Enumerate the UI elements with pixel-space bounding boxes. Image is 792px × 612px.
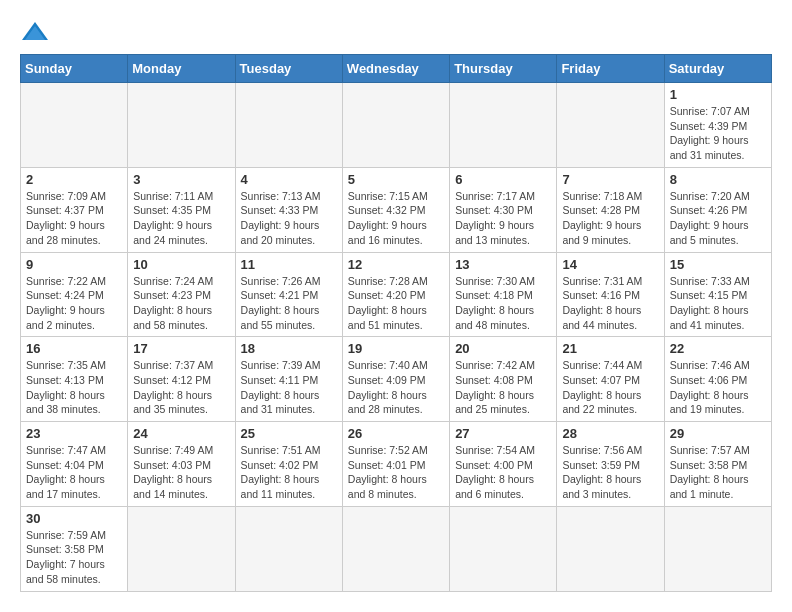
day-info: Sunrise: 7:35 AM Sunset: 4:13 PM Dayligh…: [26, 358, 122, 417]
day-info: Sunrise: 7:07 AM Sunset: 4:39 PM Dayligh…: [670, 104, 766, 163]
calendar: SundayMondayTuesdayWednesdayThursdayFrid…: [20, 54, 772, 592]
header: [20, 20, 772, 44]
day-number: 7: [562, 172, 658, 187]
calendar-cell: 13Sunrise: 7:30 AM Sunset: 4:18 PM Dayli…: [450, 252, 557, 337]
day-number: 15: [670, 257, 766, 272]
calendar-cell: [342, 83, 449, 168]
calendar-cell: [235, 83, 342, 168]
day-number: 3: [133, 172, 229, 187]
day-info: Sunrise: 7:51 AM Sunset: 4:02 PM Dayligh…: [241, 443, 337, 502]
day-number: 27: [455, 426, 551, 441]
day-number: 2: [26, 172, 122, 187]
calendar-week-row: 2Sunrise: 7:09 AM Sunset: 4:37 PM Daylig…: [21, 167, 772, 252]
day-number: 14: [562, 257, 658, 272]
calendar-cell: 12Sunrise: 7:28 AM Sunset: 4:20 PM Dayli…: [342, 252, 449, 337]
day-info: Sunrise: 7:49 AM Sunset: 4:03 PM Dayligh…: [133, 443, 229, 502]
day-number: 30: [26, 511, 122, 526]
day-number: 9: [26, 257, 122, 272]
day-info: Sunrise: 7:28 AM Sunset: 4:20 PM Dayligh…: [348, 274, 444, 333]
calendar-cell: [235, 506, 342, 591]
day-number: 18: [241, 341, 337, 356]
calendar-header-wednesday: Wednesday: [342, 55, 449, 83]
day-info: Sunrise: 7:39 AM Sunset: 4:11 PM Dayligh…: [241, 358, 337, 417]
calendar-cell: 29Sunrise: 7:57 AM Sunset: 3:58 PM Dayli…: [664, 422, 771, 507]
calendar-cell: 17Sunrise: 7:37 AM Sunset: 4:12 PM Dayli…: [128, 337, 235, 422]
calendar-cell: 8Sunrise: 7:20 AM Sunset: 4:26 PM Daylig…: [664, 167, 771, 252]
calendar-cell: 5Sunrise: 7:15 AM Sunset: 4:32 PM Daylig…: [342, 167, 449, 252]
day-number: 4: [241, 172, 337, 187]
day-info: Sunrise: 7:11 AM Sunset: 4:35 PM Dayligh…: [133, 189, 229, 248]
day-number: 26: [348, 426, 444, 441]
calendar-cell: [450, 506, 557, 591]
calendar-cell: 23Sunrise: 7:47 AM Sunset: 4:04 PM Dayli…: [21, 422, 128, 507]
calendar-cell: [128, 83, 235, 168]
day-info: Sunrise: 7:59 AM Sunset: 3:58 PM Dayligh…: [26, 528, 122, 587]
day-number: 17: [133, 341, 229, 356]
day-info: Sunrise: 7:56 AM Sunset: 3:59 PM Dayligh…: [562, 443, 658, 502]
calendar-cell: 1Sunrise: 7:07 AM Sunset: 4:39 PM Daylig…: [664, 83, 771, 168]
calendar-cell: 26Sunrise: 7:52 AM Sunset: 4:01 PM Dayli…: [342, 422, 449, 507]
day-number: 24: [133, 426, 229, 441]
calendar-cell: 19Sunrise: 7:40 AM Sunset: 4:09 PM Dayli…: [342, 337, 449, 422]
day-info: Sunrise: 7:17 AM Sunset: 4:30 PM Dayligh…: [455, 189, 551, 248]
calendar-cell: [342, 506, 449, 591]
calendar-cell: 25Sunrise: 7:51 AM Sunset: 4:02 PM Dayli…: [235, 422, 342, 507]
day-number: 25: [241, 426, 337, 441]
logo-icon: [20, 20, 50, 44]
day-number: 12: [348, 257, 444, 272]
calendar-cell: [128, 506, 235, 591]
day-number: 13: [455, 257, 551, 272]
day-number: 5: [348, 172, 444, 187]
calendar-header-saturday: Saturday: [664, 55, 771, 83]
calendar-week-row: 1Sunrise: 7:07 AM Sunset: 4:39 PM Daylig…: [21, 83, 772, 168]
calendar-cell: [557, 506, 664, 591]
day-number: 23: [26, 426, 122, 441]
day-info: Sunrise: 7:37 AM Sunset: 4:12 PM Dayligh…: [133, 358, 229, 417]
calendar-cell: 6Sunrise: 7:17 AM Sunset: 4:30 PM Daylig…: [450, 167, 557, 252]
day-info: Sunrise: 7:33 AM Sunset: 4:15 PM Dayligh…: [670, 274, 766, 333]
logo: [20, 20, 54, 44]
day-info: Sunrise: 7:26 AM Sunset: 4:21 PM Dayligh…: [241, 274, 337, 333]
day-info: Sunrise: 7:30 AM Sunset: 4:18 PM Dayligh…: [455, 274, 551, 333]
day-info: Sunrise: 7:22 AM Sunset: 4:24 PM Dayligh…: [26, 274, 122, 333]
day-info: Sunrise: 7:18 AM Sunset: 4:28 PM Dayligh…: [562, 189, 658, 248]
calendar-cell: 16Sunrise: 7:35 AM Sunset: 4:13 PM Dayli…: [21, 337, 128, 422]
calendar-week-row: 16Sunrise: 7:35 AM Sunset: 4:13 PM Dayli…: [21, 337, 772, 422]
day-number: 19: [348, 341, 444, 356]
calendar-cell: 18Sunrise: 7:39 AM Sunset: 4:11 PM Dayli…: [235, 337, 342, 422]
calendar-header-tuesday: Tuesday: [235, 55, 342, 83]
day-info: Sunrise: 7:47 AM Sunset: 4:04 PM Dayligh…: [26, 443, 122, 502]
calendar-cell: 28Sunrise: 7:56 AM Sunset: 3:59 PM Dayli…: [557, 422, 664, 507]
calendar-week-row: 23Sunrise: 7:47 AM Sunset: 4:04 PM Dayli…: [21, 422, 772, 507]
calendar-cell: 30Sunrise: 7:59 AM Sunset: 3:58 PM Dayli…: [21, 506, 128, 591]
calendar-header-friday: Friday: [557, 55, 664, 83]
calendar-cell: 27Sunrise: 7:54 AM Sunset: 4:00 PM Dayli…: [450, 422, 557, 507]
day-number: 16: [26, 341, 122, 356]
calendar-cell: 2Sunrise: 7:09 AM Sunset: 4:37 PM Daylig…: [21, 167, 128, 252]
day-info: Sunrise: 7:40 AM Sunset: 4:09 PM Dayligh…: [348, 358, 444, 417]
calendar-header-monday: Monday: [128, 55, 235, 83]
calendar-cell: 15Sunrise: 7:33 AM Sunset: 4:15 PM Dayli…: [664, 252, 771, 337]
calendar-cell: [450, 83, 557, 168]
calendar-header-thursday: Thursday: [450, 55, 557, 83]
calendar-cell: 24Sunrise: 7:49 AM Sunset: 4:03 PM Dayli…: [128, 422, 235, 507]
day-info: Sunrise: 7:09 AM Sunset: 4:37 PM Dayligh…: [26, 189, 122, 248]
day-number: 1: [670, 87, 766, 102]
calendar-cell: 14Sunrise: 7:31 AM Sunset: 4:16 PM Dayli…: [557, 252, 664, 337]
calendar-week-row: 30Sunrise: 7:59 AM Sunset: 3:58 PM Dayli…: [21, 506, 772, 591]
day-info: Sunrise: 7:46 AM Sunset: 4:06 PM Dayligh…: [670, 358, 766, 417]
calendar-cell: [557, 83, 664, 168]
calendar-cell: 22Sunrise: 7:46 AM Sunset: 4:06 PM Dayli…: [664, 337, 771, 422]
day-info: Sunrise: 7:31 AM Sunset: 4:16 PM Dayligh…: [562, 274, 658, 333]
day-info: Sunrise: 7:57 AM Sunset: 3:58 PM Dayligh…: [670, 443, 766, 502]
day-number: 6: [455, 172, 551, 187]
calendar-cell: 3Sunrise: 7:11 AM Sunset: 4:35 PM Daylig…: [128, 167, 235, 252]
day-number: 20: [455, 341, 551, 356]
calendar-cell: 10Sunrise: 7:24 AM Sunset: 4:23 PM Dayli…: [128, 252, 235, 337]
calendar-cell: [664, 506, 771, 591]
calendar-header-row: SundayMondayTuesdayWednesdayThursdayFrid…: [21, 55, 772, 83]
day-number: 29: [670, 426, 766, 441]
day-info: Sunrise: 7:42 AM Sunset: 4:08 PM Dayligh…: [455, 358, 551, 417]
day-info: Sunrise: 7:20 AM Sunset: 4:26 PM Dayligh…: [670, 189, 766, 248]
day-info: Sunrise: 7:52 AM Sunset: 4:01 PM Dayligh…: [348, 443, 444, 502]
